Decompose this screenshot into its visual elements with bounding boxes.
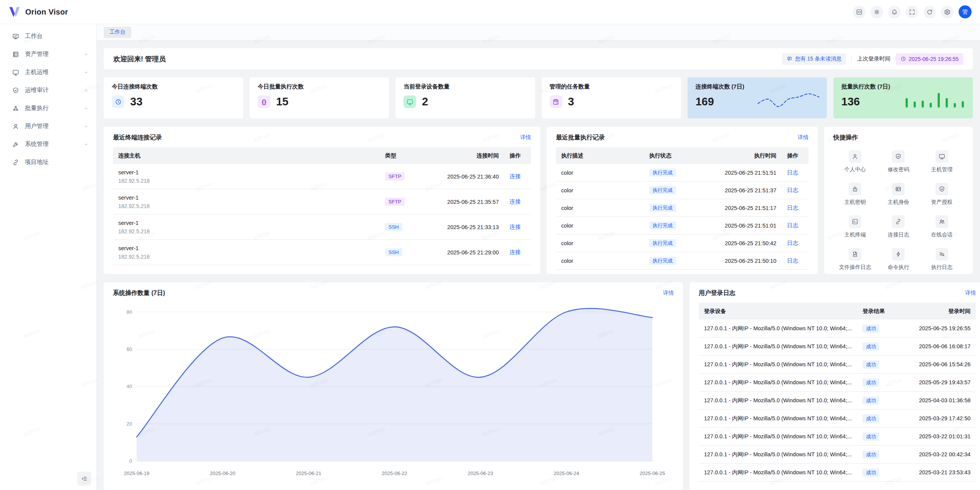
log-link[interactable]: 日志 [787, 205, 798, 211]
sidebar-item[interactable]: 系统管理 [0, 135, 96, 153]
topbar-icon-button[interactable] [853, 6, 866, 18]
table-row: 127.0.0.1 - 内网IP - Mozilla/5.0 (Windows … [699, 464, 976, 482]
sidebar-item-label: 项目地址 [25, 158, 83, 166]
sidebar-item[interactable]: 主机运维 [0, 63, 96, 81]
login-device: 127.0.0.1 - 内网IP - Mozilla/5.0 (Windows … [699, 379, 857, 386]
topbar-icon-button[interactable] [941, 6, 954, 18]
message-icon [787, 56, 792, 62]
svg-text:60: 60 [127, 346, 132, 352]
system-ops-area-chart: 0204060802025-06-192025-06-202025-06-212… [113, 300, 674, 481]
login-result-badge: 成功 [862, 324, 879, 333]
table-row: color 执行完成 2025-06-25 21:50:42 日志 [556, 234, 808, 252]
quick-op-item[interactable]: 主机终端 [833, 215, 877, 238]
exec-description: color [556, 187, 644, 193]
quick-op-item[interactable]: 文件操作日志 [833, 248, 877, 271]
stat-card-exec-7d: 批量执行次数 (7日) 136 [833, 77, 973, 118]
clock-icon [900, 56, 906, 62]
quick-op-item[interactable]: 资产授权 [920, 183, 964, 206]
quick-op-item[interactable]: 主机管理 [920, 150, 964, 173]
log-link[interactable]: 日志 [787, 240, 798, 246]
login-device: 127.0.0.1 - 内网IP - Mozilla/5.0 (Windows … [699, 451, 857, 458]
quick-op-item[interactable]: 主机身份 [877, 183, 920, 206]
table-row: server-1 182.92.5.218 SFTP 2025-06-25 21… [113, 164, 531, 189]
quick-op-item[interactable]: 连接日志 [877, 215, 920, 238]
login-logs-panel: 用户登录日志 详情 登录设备 登录结果 登录时间 127.0.0.1 - 内网 [689, 282, 980, 490]
user-manage-icon [12, 123, 19, 130]
quick-op-item[interactable]: 执行日志 [920, 248, 964, 271]
avatar[interactable]: 管 [959, 5, 972, 18]
detail-link[interactable]: 详情 [520, 134, 531, 141]
topbar-icon-button[interactable] [871, 6, 883, 18]
panel-title: 快捷操作 [833, 134, 858, 142]
stat-value: 2 [422, 95, 428, 108]
link-icon [892, 215, 905, 228]
panel-title: 最近终端连接记录 [113, 134, 162, 142]
svg-text:40: 40 [127, 384, 132, 390]
detail-link[interactable]: 详情 [663, 290, 674, 297]
sidebar-item[interactable]: 批量执行 [0, 99, 96, 117]
log-link[interactable]: 日志 [787, 187, 798, 193]
log-link[interactable]: 日志 [787, 222, 798, 228]
topbar-icon-button[interactable] [906, 6, 918, 18]
monitor-icon [936, 150, 948, 163]
collapse-sidebar-button[interactable] [77, 472, 91, 485]
quick-op-label: 个人中心 [844, 166, 866, 173]
last-login-time-badge: 2025-06-25 19:26:55 [896, 53, 963, 65]
connect-link[interactable]: 连接 [510, 249, 521, 255]
table-row: color 执行完成 2025-06-25 21:51:51 日志 [556, 164, 808, 182]
login-time: 2025-03-29 17:42:50 [897, 415, 976, 421]
sidebar-item[interactable]: 资产管理 [0, 45, 96, 63]
table-row: server-1 182.92.5.218 SSH 2025-06-25 21:… [113, 215, 531, 240]
login-time: 2025-06-06 15:54:26 [897, 361, 976, 367]
svg-text:2025-06-24: 2025-06-24 [554, 470, 579, 476]
breadcrumb-item-workbench[interactable]: 工作台 [104, 27, 131, 38]
connect-time: 2025-06-25 21:36:40 [416, 174, 504, 180]
assets-icon [12, 51, 19, 58]
panel-title: 系统操作数量 (7日) [113, 289, 165, 297]
connect-link[interactable]: 连接 [510, 224, 521, 230]
quick-op-item[interactable]: 命令执行 [877, 248, 920, 271]
login-result-badge: 成功 [862, 451, 879, 459]
connect-link[interactable]: 连接 [510, 173, 521, 179]
table-header: 执行描述 执行状态 执行时间 操作 [556, 147, 808, 164]
login-logs-table: 登录设备 登录结果 登录时间 127.0.0.1 - 内网IP - Mozill… [699, 303, 976, 482]
sidebar-item[interactable]: 用户管理 [0, 117, 96, 135]
unread-messages-badge[interactable]: 您有 15 条未读消息 [782, 53, 846, 65]
quick-op-item[interactable]: 主机密钥 [833, 183, 877, 206]
quick-op-item[interactable]: 修改密码 [877, 150, 920, 173]
quick-op-item[interactable]: 个人中心 [833, 150, 877, 173]
connect-link[interactable]: 连接 [510, 198, 521, 205]
quick-op-label: 资产授权 [931, 199, 952, 206]
stats-row: 今日连接终端次数 33 今日批量执行次数 {} 15 当前登录设备数量 [104, 77, 973, 118]
login-device: 127.0.0.1 - 内网IP - Mozilla/5.0 (Windows … [699, 433, 857, 440]
login-result-badge: 成功 [862, 361, 879, 369]
topbar-icon-button[interactable] [923, 6, 936, 18]
detail-link[interactable]: 详情 [798, 134, 808, 141]
page-title: 欢迎回来! 管理员 [113, 54, 166, 64]
table-row: color 执行完成 2025-06-25 21:51:01 日志 [556, 217, 808, 234]
quick-op-label: 命令执行 [888, 264, 909, 271]
file-log-icon [849, 248, 861, 261]
log-link[interactable]: 日志 [787, 169, 798, 175]
sidebar-item[interactable]: 运维审计 [0, 81, 96, 99]
terminal-records-table: 连接主机 类型 连接时间 操作 server-1 182.92.5.218 [113, 147, 531, 265]
svg-text:2025-06-20: 2025-06-20 [210, 470, 235, 476]
quick-op-label: 修改密码 [888, 166, 909, 173]
sidebar-item-label: 系统管理 [25, 140, 83, 148]
sidebar-item[interactable]: 项目地址 [0, 153, 96, 171]
topbar-icon-button[interactable] [888, 6, 901, 18]
stat-value: 33 [130, 95, 142, 108]
sidebar-item[interactable]: 工作台 [0, 27, 96, 45]
login-device: 127.0.0.1 - 内网IP - Mozilla/5.0 (Windows … [699, 397, 857, 404]
exec-status-badge: 执行完成 [649, 186, 676, 194]
log-link[interactable]: 日志 [787, 257, 798, 264]
id-card-icon [892, 183, 905, 195]
exec-log-icon [936, 248, 948, 261]
table-row: server-1 182.92.5.218 SFTP 2025-06-25 21… [113, 189, 531, 215]
brand-name: Orion Visor [25, 8, 68, 16]
detail-link[interactable]: 详情 [965, 290, 976, 297]
quick-op-label: 主机密钥 [844, 199, 866, 206]
table-header: 连接主机 类型 连接时间 操作 [113, 147, 531, 164]
quick-op-item[interactable]: 在线会话 [920, 215, 964, 238]
system-manage-icon [12, 141, 19, 148]
